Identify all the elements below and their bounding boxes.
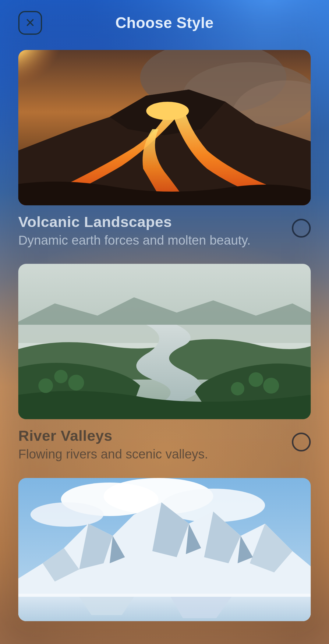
style-meta: Volcanic Landscapes Dynamic earth forces…	[18, 205, 311, 252]
page-title: Choose Style	[115, 14, 214, 32]
style-radio[interactable]	[292, 219, 311, 238]
svg-point-9	[68, 375, 84, 391]
style-thumbnail-volcanic	[18, 50, 311, 205]
svg-point-13	[231, 382, 244, 395]
style-meta: River Valleys Flowing rivers and scenic …	[18, 419, 311, 465]
style-title: Volcanic Landscapes	[18, 213, 283, 230]
style-radio[interactable]	[292, 433, 311, 451]
style-thumbnail-snowy	[18, 478, 311, 621]
close-icon	[25, 18, 35, 28]
header: Choose Style	[0, 0, 329, 41]
svg-point-8	[54, 370, 68, 383]
svg-point-10	[38, 378, 53, 393]
style-list: Volcanic Landscapes Dynamic earth forces…	[0, 41, 329, 621]
style-card-volcanic[interactable]: Volcanic Landscapes Dynamic earth forces…	[18, 50, 311, 252]
style-subtitle: Flowing rivers and scenic valleys.	[18, 447, 283, 462]
svg-rect-19	[18, 594, 311, 621]
style-subtitle: Dynamic earth forces and molten beauty.	[18, 233, 283, 248]
close-button[interactable]	[18, 11, 42, 35]
svg-point-18	[30, 502, 104, 527]
svg-point-5	[146, 102, 189, 120]
style-card-snowy[interactable]	[18, 478, 311, 621]
svg-point-12	[263, 378, 279, 394]
style-thumbnail-river	[18, 264, 311, 419]
style-title: River Valleys	[18, 427, 283, 444]
style-card-river[interactable]: River Valleys Flowing rivers and scenic …	[18, 264, 311, 465]
svg-point-11	[249, 372, 263, 387]
